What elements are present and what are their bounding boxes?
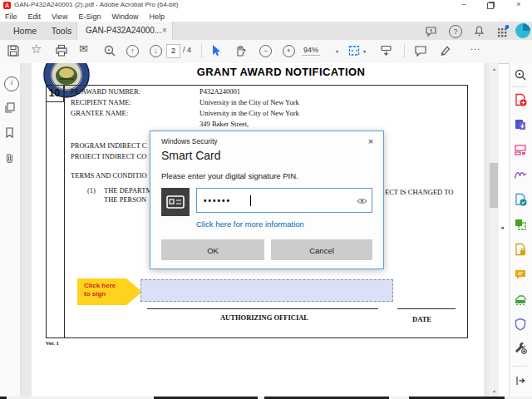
edit-pdf-icon[interactable] [514,143,527,156]
block-number: 10 [46,85,64,102]
reveal-password-eye-icon[interactable] [357,197,367,205]
text-fragment-clause1: THE DEPARTM [104,186,152,195]
tab-document[interactable]: GAN-P432A24000... [76,22,173,40]
zoom-dropdown-caret-icon[interactable]: ▾ [336,48,338,54]
title-bar: A GAN-P432A240001 (2).pdf - Adobe Acroba… [0,0,532,11]
tab-close-icon[interactable]: × [160,26,170,36]
menu-help[interactable]: Help [149,12,165,21]
restore-button[interactable] [487,2,494,9]
hand-tool-icon[interactable] [234,44,248,58]
field-value: University in the City of New York [200,109,299,117]
signature-line [147,308,378,309]
info-panel-icon[interactable]: i [4,76,19,91]
text-fragment-item-number: (1) [87,186,96,195]
protect-shield-icon[interactable] [514,318,527,331]
scroll-down-icon[interactable]: ▼ [490,389,498,394]
bookmarks-icon[interactable] [3,126,17,140]
authorizing-official-label: AUTHORIZING OFFICIAL [156,313,372,322]
menu-view[interactable]: View [52,12,67,21]
scrollbar-thumb[interactable] [490,163,498,208]
search-tool-icon[interactable] [514,68,527,81]
left-sidebar: i [0,63,21,397]
field-value: P432A240001 [200,87,240,96]
field-value: 349 Baker Street, [200,120,249,128]
more-information-link[interactable]: Click here for more information [196,219,304,229]
print-icon[interactable] [55,44,69,58]
toolbar-divider [201,44,202,58]
more-tools-wrench-icon[interactable] [514,341,527,354]
search-icon[interactable] [103,44,117,58]
zoom-in-icon[interactable]: + [283,45,295,57]
export-pdf-icon[interactable] [514,118,527,131]
text-fragment-terms: TERMS AND CONDITIO [71,171,147,180]
minimize-button[interactable]: – [456,0,472,10]
account-avatar[interactable] [515,23,530,38]
text-fragment-program: PROGRAM INDIRECT C [71,141,146,150]
comment-icon[interactable] [414,44,428,58]
fit-dropdown-caret-icon[interactable]: ▾ [363,48,366,54]
acrobat-window: A GAN-P432A240001 (2).pdf - Adobe Acroba… [0,0,532,399]
version-label: Ver. 1 [46,340,59,346]
ok-button[interactable]: OK [161,239,264,260]
save-icon[interactable] [7,44,21,58]
fill-sign-icon[interactable] [514,168,527,181]
more-tools-ellipsis[interactable]: ... [470,42,480,52]
previous-page-icon[interactable]: ↑ [126,45,139,57]
scan-ocr-icon[interactable] [514,293,527,306]
create-pdf-icon[interactable] [514,93,527,106]
request-signatures-icon[interactable] [514,193,527,206]
notification-bell-icon[interactable] [472,24,486,38]
tab-tools[interactable]: Tools [47,22,76,40]
attachments-paperclip-icon[interactable] [3,151,17,165]
zoom-level-value[interactable]: 94% [302,46,320,56]
email-icon[interactable]: ✉ [79,42,88,55]
window-title: GAN-P432A240001 (2).pdf - Adobe Acrobat … [14,1,178,8]
sign-flag-line2: to sign [84,290,106,298]
cancel-button[interactable]: Cancel [271,239,372,260]
menu-window[interactable]: Window [111,12,138,21]
zoom-out-icon[interactable]: − [259,45,272,57]
scroll-up-icon[interactable]: ▲ [490,66,498,71]
feedback-icon[interactable] [424,24,438,38]
menu-esign[interactable]: E-Sign [78,12,101,21]
field-label: RECIPIENT NAME: [71,98,131,106]
pin-masked-value: •••••• [204,196,231,205]
acrobat-logo-icon: A [3,2,11,9]
open-panel-icon[interactable] [514,374,527,387]
menu-edit[interactable]: Edit [28,12,42,21]
collapse-panel-icon[interactable]: ◄ [500,225,505,230]
page-count-label: / 4 [183,46,191,54]
text-caret [250,195,251,206]
fit-width-icon[interactable] [347,44,362,58]
dialog-heading: Smart Card [161,149,221,162]
favorite-star-icon[interactable]: ☆ [31,42,42,57]
windows-security-dialog: Windows Security × Smart Card Please ent… [150,131,384,269]
sign-flag-line1: Click here [84,282,116,289]
tab-home[interactable]: Home [8,22,42,40]
text-fragment-clause2: THE PERSON [104,195,146,204]
select-tool-icon[interactable] [209,44,224,58]
pin-input[interactable]: •••••• [196,188,372,213]
close-window-button[interactable]: × [510,0,527,10]
panel-divider [512,86,527,87]
text-fragment-right: ECT IS CHANGED TO [385,188,453,196]
organize-pages-icon[interactable] [514,243,527,256]
signature-field[interactable] [140,279,393,302]
form-inner-line [64,85,65,338]
comment-tool-icon[interactable] [514,268,527,281]
page-number-input[interactable]: 2 [166,44,180,58]
next-page-icon[interactable]: ↓ [150,45,162,57]
field-label: GRANTEE NAME: [71,109,128,117]
combine-files-icon[interactable] [514,218,527,231]
dialog-close-icon[interactable]: × [365,135,377,147]
menu-bar: File Edit View E-Sign Window Help [0,11,532,22]
highlighter-icon[interactable] [438,44,452,58]
page-thumbnails-icon[interactable] [3,101,17,115]
menu-file[interactable]: File [5,12,17,21]
vertical-scrollbar[interactable] [489,63,499,397]
smart-card-icon [161,188,190,216]
field-value: University in the City of New York [200,98,299,106]
scrolling-mode-icon[interactable] [379,44,393,58]
apps-grid-icon[interactable] [495,24,510,38]
help-icon[interactable]: ? [449,25,462,38]
